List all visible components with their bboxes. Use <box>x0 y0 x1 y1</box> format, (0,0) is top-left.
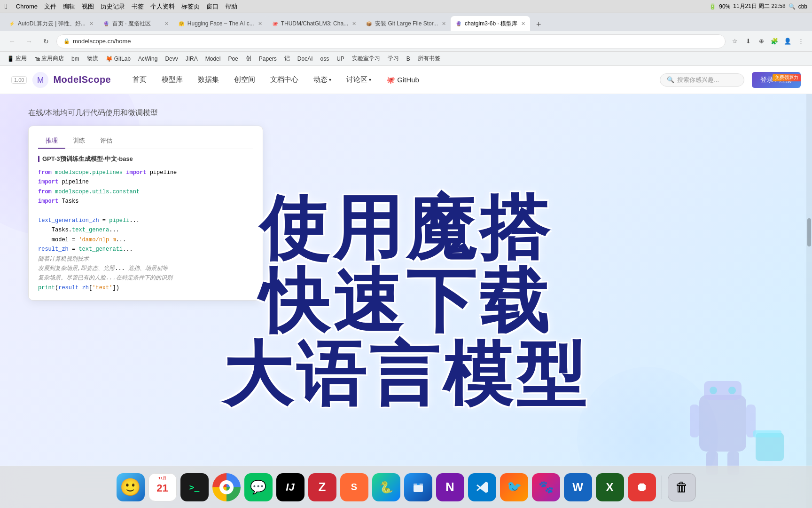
menu-view[interactable]: 视图 <box>82 2 94 11</box>
apple-menu[interactable]:  <box>5 2 8 11</box>
tab-close-2[interactable]: ✕ <box>164 21 169 27</box>
menu-profile[interactable]: 个人资料 <box>150 2 175 11</box>
dock-calendar[interactable]: 11月 21 <box>148 473 177 501</box>
search-icon: 🔍 <box>667 76 674 83</box>
scrollbar-thumb[interactable] <box>807 218 811 246</box>
dock-trash[interactable]: 🗑 <box>668 473 696 501</box>
extension-icon[interactable]: 🧩 <box>769 36 780 47</box>
bookmark-jira[interactable]: JIRA <box>182 54 201 64</box>
dock-chrome[interactable] <box>212 473 241 501</box>
bookmark-model[interactable]: Model <box>202 54 224 64</box>
dock-vscode[interactable] <box>468 473 496 501</box>
back-button[interactable]: ← <box>6 35 19 48</box>
nav-forum[interactable]: 讨论区▾ <box>339 66 379 94</box>
bookmark-appstore[interactable]: 🛍 应用商店 <box>31 53 67 64</box>
dock-box[interactable] <box>404 473 432 501</box>
url-bar[interactable]: 🔒 modelscope.cn/home <box>56 34 726 48</box>
bookmark-devv[interactable]: Devv <box>162 54 181 64</box>
dock-sublime[interactable]: S <box>340 473 368 501</box>
menu-window[interactable]: 窗口 <box>206 2 219 11</box>
tab-close-1[interactable]: ✕ <box>89 21 94 27</box>
menu-help[interactable]: 帮助 <box>225 2 237 11</box>
dock-onenote[interactable]: N <box>436 473 464 501</box>
search-bar[interactable]: 🔍 搜索你感兴趣... <box>660 73 744 87</box>
tab-title-3: Hugging Face – The AI c... <box>187 20 254 27</box>
menu-chrome[interactable]: Chrome <box>16 3 38 10</box>
browser-tab-3[interactable]: 🤗 Hugging Face – The AI c... ✕ <box>173 16 267 31</box>
tab-eval[interactable]: 评估 <box>93 134 120 149</box>
tab-close-6[interactable]: ✕ <box>521 21 525 27</box>
bookmark-apps[interactable]: 📱 应用 <box>4 53 30 64</box>
nav-models[interactable]: 模型库 <box>154 66 190 94</box>
tab-close-5[interactable]: ✕ <box>442 21 446 27</box>
chrome-addressbar: ← → ↻ 🔒 modelscope.cn/home ☆ ⬇ ⊕ 🧩 👤 ⋮ <box>0 31 812 52</box>
nav-datasets[interactable]: 数据集 <box>190 66 226 94</box>
dock-recorder[interactable]: ⏺ <box>628 473 656 501</box>
bookmark-logistics[interactable]: 物流 <box>84 53 102 64</box>
nav-home[interactable]: 首页 <box>125 66 154 94</box>
dock-paw[interactable]: 🐾 <box>532 473 560 501</box>
browser-tab-5[interactable]: 📦 安装 Git Large File Stor... ✕ <box>361 16 451 31</box>
menu-file[interactable]: 文件 <box>44 2 56 11</box>
nav-news[interactable]: 动态▾ <box>306 66 339 94</box>
bookmark-lab[interactable]: 实验室学习 <box>349 53 383 64</box>
bookmark-bm[interactable]: bm <box>68 54 83 64</box>
bookmark-label: 记 <box>284 55 290 63</box>
menu-tabs[interactable]: 标签页 <box>181 2 200 11</box>
dock-terminal[interactable]: >_ <box>180 473 209 501</box>
svg-rect-12 <box>414 485 423 492</box>
forward-button[interactable]: → <box>23 35 36 48</box>
nav-docs[interactable]: 文档中心 <box>263 66 306 94</box>
tab-close-3[interactable]: ✕ <box>258 21 262 27</box>
browser-tab-4[interactable]: 🐙 THUDM/ChatGLM3: Cha... ✕ <box>267 16 361 31</box>
tab-inference[interactable]: 推理 <box>38 134 65 149</box>
modelscope-logo[interactable]: M ModelScope <box>31 71 111 89</box>
nav-github[interactable]: 🐙GitHub <box>379 66 427 94</box>
bookmark-acwing[interactable]: AcWing <box>135 54 161 64</box>
dock-pycharm[interactable]: 🐍 <box>372 473 400 501</box>
toolbar-icons: ☆ ⬇ ⊕ 🧩 👤 ⋮ <box>729 36 806 47</box>
zoom-icon[interactable]: ⊕ <box>756 36 767 47</box>
bookmark-poe[interactable]: Poe <box>225 54 241 64</box>
dock-word[interactable]: W <box>564 473 592 501</box>
tab-training[interactable]: 训练 <box>65 134 93 149</box>
more-menu-icon[interactable]: ⋮ <box>795 36 806 47</box>
bookmark-docai[interactable]: DocAI <box>294 54 316 64</box>
bookmark-b[interactable]: B <box>403 54 414 64</box>
browser-tab-2[interactable]: 🔮 首页 · 魔搭社区 ✕ <box>98 16 173 31</box>
dock-intellij[interactable]: IJ <box>276 473 304 501</box>
menu-bookmarks[interactable]: 书签 <box>132 2 144 11</box>
bookmark-note[interactable]: 记 <box>281 53 293 64</box>
dock-swift[interactable]: 🐦 <box>500 473 528 501</box>
bookmark-study[interactable]: 学习 <box>384 53 402 64</box>
bookmark-papers[interactable]: Papers <box>256 54 280 64</box>
dock-wechat[interactable]: 💬 <box>244 473 273 501</box>
dock-excel[interactable]: X <box>596 473 624 501</box>
bookmark-up[interactable]: UP <box>333 54 348 64</box>
svg-rect-11 <box>753 430 781 437</box>
bookmark-oss[interactable]: oss <box>317 54 333 64</box>
bookmark-create[interactable]: 创 <box>242 53 255 64</box>
svg-text:M: M <box>37 75 44 84</box>
reload-button[interactable]: ↻ <box>39 35 53 48</box>
download-icon[interactable]: ⬇ <box>742 36 754 47</box>
menu-edit[interactable]: 编辑 <box>63 2 75 11</box>
tab-close-4[interactable]: ✕ <box>352 21 356 27</box>
scrollbar[interactable] <box>806 94 812 508</box>
code-block: from modelscope.pipelines import pipelin… <box>38 168 253 293</box>
menu-history[interactable]: 历史记录 <box>101 2 125 11</box>
new-tab-button[interactable]: + <box>532 18 545 31</box>
spotlight-icon[interactable]: 🔍 <box>789 3 796 10</box>
dock-zotero[interactable]: Z <box>308 473 336 501</box>
bookmark-all[interactable]: 所有书签 <box>414 53 444 64</box>
dock-finder[interactable]: 🙂 <box>117 473 145 501</box>
bookmark-star-icon[interactable]: ☆ <box>729 36 741 47</box>
notification-icon[interactable]: cbb <box>798 3 807 10</box>
bookmark-icon: 🦊 <box>106 56 113 62</box>
bookmark-gitlab[interactable]: 🦊 GitLab <box>102 54 134 64</box>
tab-title-5: 安装 Git Large File Stor... <box>375 20 438 28</box>
nav-spaces[interactable]: 创空间 <box>226 66 263 94</box>
browser-tab-6[interactable]: 🔮 chatglm3-6b · 模型库 ✕ <box>451 16 530 31</box>
profile-icon[interactable]: 👤 <box>782 36 793 47</box>
browser-tab-1[interactable]: ⚡ AutoDL算力云 | 弹性、好... ✕ <box>4 16 98 31</box>
